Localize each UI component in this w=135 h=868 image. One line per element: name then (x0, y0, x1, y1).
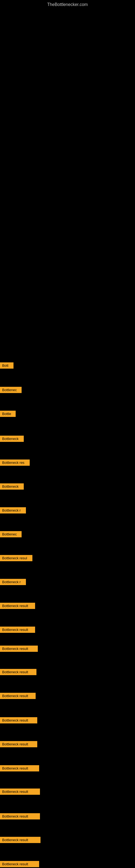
bottleneck-result-item: Bottleneck result (0, 717, 37, 723)
bottleneck-result-item: Bottleneck r (0, 507, 26, 514)
bottleneck-result-item: Bottleneck result (0, 765, 39, 771)
bottleneck-result-item: Bottleneck result (0, 813, 40, 819)
site-title: TheBottlenecker.com (0, 0, 135, 7)
bottleneck-result-item: Bottlenec (0, 387, 21, 393)
bottleneck-result-item: Bottleneck result (0, 741, 37, 747)
bottleneck-result-item: Bottleneck (0, 436, 24, 442)
bottleneck-result-item: Bott (0, 362, 13, 369)
bottleneck-result-item: Bottlenec (0, 531, 21, 537)
bottleneck-result-item: Bottleneck r (0, 579, 26, 585)
bottleneck-result-item: Bottleneck res (0, 460, 30, 466)
bottleneck-result-item: Bottleneck result (0, 627, 35, 633)
bottleneck-result-item: Bottleneck result (0, 646, 38, 652)
bottleneck-result-item: Bottleneck result (0, 837, 41, 843)
bottleneck-result-item: Bottleneck resul (0, 555, 32, 561)
bottleneck-result-item: Bottleneck result (0, 693, 36, 699)
bottleneck-result-item: Bottleneck result (0, 861, 39, 867)
bottleneck-result-item: Bottleneck (0, 484, 24, 490)
bottleneck-result-item: Bottleneck result (0, 788, 40, 795)
bottleneck-result-item: Bottleneck result (0, 603, 35, 609)
bottleneck-result-item: Bottle (0, 411, 16, 417)
bottleneck-result-item: Bottleneck result (0, 669, 37, 675)
